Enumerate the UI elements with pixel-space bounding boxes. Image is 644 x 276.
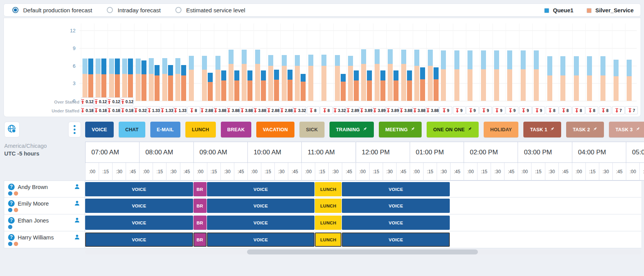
activity-button-one-on-one[interactable]: ONE ON ONE (427, 122, 479, 137)
forecast-option-2[interactable]: Estimated service level (175, 7, 245, 13)
forecast-bar (308, 55, 313, 101)
activity-button-chat[interactable]: CHAT (119, 122, 145, 137)
chart-slot (81, 23, 94, 101)
timezone-globe-button[interactable] (4, 122, 20, 137)
activity-button-voice[interactable]: VOICE (85, 122, 114, 137)
agent-help-icon[interactable]: ? (8, 200, 15, 207)
schedule-block-break[interactable]: BR (193, 233, 207, 247)
activity-button-holiday[interactable]: HOLIDAY (484, 122, 519, 137)
agent-person-icon[interactable] (74, 184, 80, 191)
schedule-block-voice[interactable]: VOICE (85, 216, 193, 230)
agent-label-cell[interactable]: ?Ethan Jones (4, 214, 85, 231)
schedule-block-break[interactable]: BR (193, 199, 207, 213)
agent-label-cell[interactable]: ?Harry Williams (4, 231, 85, 248)
agent-person-icon[interactable] (74, 200, 80, 208)
schedule-block-voice[interactable]: VOICE (207, 182, 315, 196)
activity-button-meeting[interactable]: MEETING (379, 122, 422, 137)
schedule-block-lunch[interactable]: LUNCH (315, 182, 341, 196)
under-staffed-cell: 3.89 (373, 106, 386, 114)
chart-slot (439, 23, 452, 101)
activity-button-task-3[interactable]: TASK 3 (609, 122, 644, 137)
activity-button-vacation[interactable]: VACATION (256, 122, 294, 137)
schedule-block-voice[interactable]: VOICE (342, 233, 450, 247)
activity-button-e-mail[interactable]: E-MAIL (150, 122, 180, 137)
schedule-block-lunch[interactable]: LUNCH (315, 199, 341, 213)
quarter-tick: :45 (288, 163, 301, 181)
agent-list-menu-button[interactable] (68, 122, 81, 137)
pin-icon (467, 127, 472, 132)
hour-header-0300pm: 03:00 PM (518, 142, 572, 163)
agent-person-icon[interactable] (74, 217, 80, 225)
quarter-tick: :45 (450, 163, 464, 181)
under-staffed-cell: 9 (532, 106, 545, 114)
under-staffed-cell: 8 (546, 106, 558, 114)
forecast-bar (335, 55, 340, 101)
under-staffed-cell: 3.32 (333, 106, 346, 114)
forecast-bar (494, 50, 499, 101)
under-staffed-cell: 9 (493, 106, 505, 114)
quarter-tick: :45 (342, 163, 355, 181)
horizontal-scrollbar[interactable] (85, 249, 641, 254)
schedule-block-voice[interactable]: VOICE (85, 233, 193, 247)
agent-person-icon[interactable] (74, 234, 80, 242)
chart-slot (280, 23, 293, 101)
schedule-block-voice[interactable]: VOICE (342, 216, 450, 230)
quarter-tick: :30 (328, 163, 342, 181)
under-staffed-cell: 3.88 (254, 106, 266, 114)
activity-button-break[interactable]: BREAK (221, 122, 251, 137)
under-staffed-label: Under Staffed (22, 109, 79, 113)
agent-help-icon[interactable]: ? (8, 234, 15, 241)
hour-header-1100am: 11:00 AM (301, 142, 355, 163)
quarter-tick: :00 (139, 163, 153, 181)
radio-icon[interactable] (107, 7, 113, 13)
agent-schedule-track: VOICEBRVOICELUNCHVOICE (85, 181, 641, 197)
activity-button-task-1[interactable]: TASK 1 (523, 122, 561, 137)
agent-label-cell[interactable]: ?Emily Moore (4, 197, 85, 214)
activity-button-task-2[interactable]: TASK 2 (566, 122, 604, 137)
scheduled-bar (181, 65, 186, 101)
activity-button-sick[interactable]: SICK (299, 122, 325, 137)
schedule-block-voice[interactable]: VOICE (207, 199, 315, 213)
forecast-bar (481, 50, 486, 101)
under-staffed-cell: 0.18 (94, 106, 107, 114)
schedule-block-voice[interactable]: VOICE (85, 199, 193, 213)
schedule-block-voice[interactable]: VOICE (207, 216, 315, 230)
chart-slot (94, 23, 107, 101)
forecast-option-0[interactable]: Default production forecast (12, 7, 92, 13)
schedule-block-voice[interactable]: VOICE (207, 233, 315, 247)
schedule-block-break[interactable]: BR (193, 216, 207, 230)
agent-help-icon[interactable]: ? (8, 184, 15, 190)
schedule-block-lunch[interactable]: LUNCH (315, 233, 341, 247)
forecast-option-1[interactable]: Intraday forecast (107, 7, 161, 13)
schedule-block-break[interactable]: BR (193, 182, 207, 196)
forecast-bar (242, 50, 247, 101)
agent-help-icon[interactable]: ? (8, 217, 15, 224)
under-staffed-cell: 2.89 (346, 106, 359, 114)
hour-label: 04:00 PM (572, 149, 606, 156)
schedule-block-voice[interactable]: VOICE (342, 199, 450, 213)
schedule-block-voice[interactable]: VOICE (342, 182, 450, 196)
scheduled-bar (407, 70, 412, 101)
schedule-block-voice[interactable]: VOICE (85, 182, 193, 196)
agent-label-cell[interactable]: ?Andy Brown (4, 181, 85, 197)
under-staffed-cell: 2.88 (280, 106, 293, 114)
chart-slot (585, 23, 599, 101)
forecast-bar (375, 49, 380, 101)
timezone-city: America/Chicago (4, 143, 47, 149)
agent-row-ethan-jones: ?Ethan JonesVOICEBRVOICELUNCHVOICE (4, 214, 641, 231)
schedule-block-lunch[interactable]: LUNCH (315, 216, 341, 230)
scrollbar-thumb[interactable] (247, 249, 478, 254)
quarter-tick: :15 (207, 163, 220, 181)
chart-slot (360, 23, 373, 101)
over-staffed-cell: 0.12 (94, 97, 107, 105)
chart-slot (161, 23, 174, 101)
under-staffed-cell: 8 (559, 106, 572, 114)
chart-slot (506, 23, 519, 101)
under-staffed-cell: 3.89 (386, 106, 399, 114)
activity-button-training[interactable]: TRAINING (330, 122, 374, 137)
radio-selected-icon[interactable] (12, 7, 18, 13)
quarter-tick: :45 (504, 163, 518, 181)
radio-icon[interactable] (175, 7, 182, 13)
activity-button-lunch[interactable]: LUNCH (185, 122, 216, 137)
under-staffed-cell: 3.89 (360, 106, 372, 114)
